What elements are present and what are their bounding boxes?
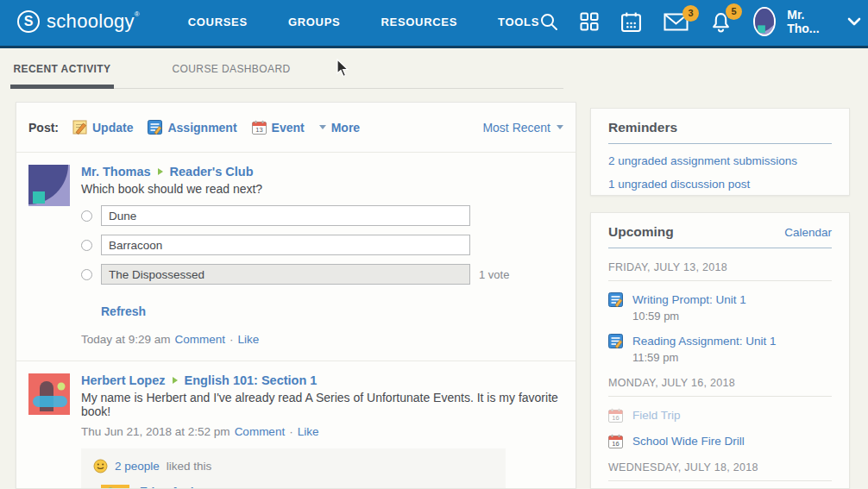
post-more-button[interactable]: More	[319, 121, 360, 135]
upcoming-title: Upcoming	[608, 224, 674, 240]
poll-option-row	[81, 235, 563, 255]
poll-options: 1 vote	[81, 205, 563, 285]
event-calendar-icon: 13	[252, 120, 267, 135]
poll-question: Which book should we read next?	[81, 182, 563, 196]
sort-most-recent-dropdown[interactable]: Most Recent	[482, 121, 563, 135]
notifications-bell-icon[interactable]: 5	[710, 11, 732, 33]
upcoming-card: Upcoming Calendar FRIDAY, JULY 13, 2018 …	[590, 212, 850, 489]
post-timestamp: Today at 9:29 am	[81, 333, 171, 346]
smiley-icon	[93, 459, 108, 473]
tab-recent-activity[interactable]: RECENT ACTIVITY	[10, 63, 114, 89]
more-caret-icon	[319, 125, 326, 129]
assignment-icon	[148, 120, 162, 135]
upcoming-date-header: WEDNESDAY, JULY 18, 2018	[608, 461, 832, 473]
brand-name: schoology	[47, 10, 135, 32]
meta-separator: ·	[230, 333, 234, 346]
poll-option-row: 1 vote	[81, 264, 563, 285]
post-label: Post:	[28, 121, 59, 135]
breadcrumb-chevron-icon	[158, 168, 163, 175]
card-title-divider	[608, 248, 832, 248]
svg-text:16: 16	[612, 440, 619, 448]
upcoming-event-link[interactable]: Reading Assignment: Unit 1	[632, 335, 777, 348]
activity-feed: Post: Update Assignment 13 Event More Mo…	[16, 102, 576, 489]
upcoming-event-link[interactable]: School Wide Fire Drill	[632, 435, 745, 448]
messages-badge: 3	[682, 5, 699, 22]
user-name[interactable]: Mr. Tho...	[787, 8, 826, 35]
poll-refresh-link[interactable]: Refresh	[101, 304, 146, 318]
herbert-lopez-avatar[interactable]	[28, 373, 70, 415]
poll-radio-barracoon[interactable]	[81, 240, 92, 251]
like-link[interactable]: Like	[298, 425, 319, 438]
post-author-link[interactable]: Mr. Thomas	[81, 165, 151, 179]
breadcrumb-chevron-icon	[173, 377, 178, 384]
card-title-divider	[608, 143, 832, 144]
svg-text:13: 13	[255, 126, 262, 134]
chevron-down-icon[interactable]	[847, 17, 861, 26]
feed-tabs: RECENT ACTIVITY COURSE DASHBOARD	[10, 52, 563, 89]
update-note-icon	[72, 120, 87, 135]
comment-author-link[interactable]: Edna Anderson	[140, 485, 312, 489]
upcoming-date-header: FRIDAY, JULY 13, 2018	[608, 261, 832, 273]
liked-by-link[interactable]: 2 people	[115, 460, 160, 473]
comments-panel: 2 people liked this Edna Anderson I've r…	[81, 448, 506, 489]
menu-groups[interactable]: GROUPS	[288, 16, 341, 28]
sort-caret-icon	[557, 125, 563, 129]
comment-link[interactable]: Comment	[175, 333, 226, 346]
upcoming-event-time: 11:59 pm	[632, 351, 832, 364]
reminder-ungraded-discussion-link[interactable]: 1 ungraded discussion post	[608, 178, 832, 191]
top-navbar: S schoology® COURSES GROUPS RESOURCES TO…	[0, 0, 868, 48]
post-timestamp: Thu Jun 21, 2018 at 2:52 pm	[81, 425, 230, 438]
reminders-card: Reminders 2 ungraded assignment submissi…	[590, 108, 850, 196]
calendar-icon[interactable]	[620, 11, 642, 33]
reminder-ungraded-assignments-link[interactable]: 2 ungraded assignment submissions	[608, 154, 832, 167]
schoology-logo[interactable]: S schoology®	[17, 10, 140, 33]
like-link[interactable]: Like	[238, 333, 260, 346]
post-course-link[interactable]: English 101: Section 1	[185, 373, 318, 387]
post-assignment-button[interactable]: Assignment	[148, 120, 236, 135]
svg-text:16: 16	[612, 414, 619, 422]
upcoming-event-link[interactable]: Writing Prompt: Unit 1	[632, 293, 746, 306]
poll-option-barracoon[interactable]	[101, 235, 470, 255]
comment-edna: Edna Anderson I've read it too, I LOVE I…	[101, 485, 494, 489]
notifications-badge: 5	[726, 3, 742, 20]
menu-tools[interactable]: TOOLS	[498, 16, 539, 28]
main-menu: COURSES GROUPS RESOURCES TOOLS	[188, 16, 539, 28]
messages-icon[interactable]: 3	[664, 13, 689, 31]
liked-suffix: liked this	[167, 460, 212, 473]
reminders-title: Reminders	[608, 120, 832, 135]
post-herbert-lopez: Herbert Lopez English 101: Section 1 My …	[16, 361, 576, 489]
user-avatar[interactable]	[753, 7, 776, 36]
poll-option-dispossessed[interactable]	[101, 264, 470, 285]
comment-link[interactable]: Comment	[235, 425, 286, 438]
poll-option-row	[81, 205, 563, 226]
post-toolbar: Post: Update Assignment 13 Event More Mo…	[16, 103, 576, 153]
poll-radio-dispossessed[interactable]	[81, 269, 92, 280]
poll-radio-dune[interactable]	[81, 210, 92, 222]
post-author-link[interactable]: Herbert Lopez	[81, 373, 166, 387]
date-divider	[608, 396, 832, 397]
date-divider	[608, 280, 832, 281]
search-icon[interactable]	[539, 12, 558, 31]
menu-resources[interactable]: RESOURCES	[381, 16, 457, 28]
upcoming-event-time: 10:59 pm	[632, 310, 832, 323]
apps-grid-icon[interactable]	[580, 12, 599, 31]
mr-thomas-avatar[interactable]	[28, 165, 70, 206]
menu-courses[interactable]: COURSES	[188, 16, 248, 28]
calendar-link[interactable]: Calendar	[784, 226, 832, 239]
upcoming-event-link[interactable]: Field Trip	[632, 409, 681, 422]
date-divider	[608, 480, 832, 481]
event-calendar-icon: 16	[608, 434, 623, 448]
assignment-icon	[608, 292, 623, 307]
tab-course-dashboard[interactable]: COURSE DASHBOARD	[162, 63, 300, 89]
post-update-button[interactable]: Update	[72, 120, 133, 135]
poll-option-dune[interactable]	[101, 205, 470, 226]
schoology-s-icon: S	[17, 10, 40, 33]
edna-anderson-avatar[interactable]	[101, 485, 129, 489]
registered-mark: ®	[135, 10, 140, 18]
poll-vote-count: 1 vote	[479, 268, 509, 281]
meta-separator: ·	[289, 425, 293, 438]
assignment-icon	[608, 334, 623, 348]
upcoming-date-header: MONDAY, JULY 16, 2018	[608, 377, 832, 389]
post-event-button[interactable]: 13 Event	[252, 120, 305, 135]
post-course-link[interactable]: Reader's Club	[170, 165, 254, 179]
